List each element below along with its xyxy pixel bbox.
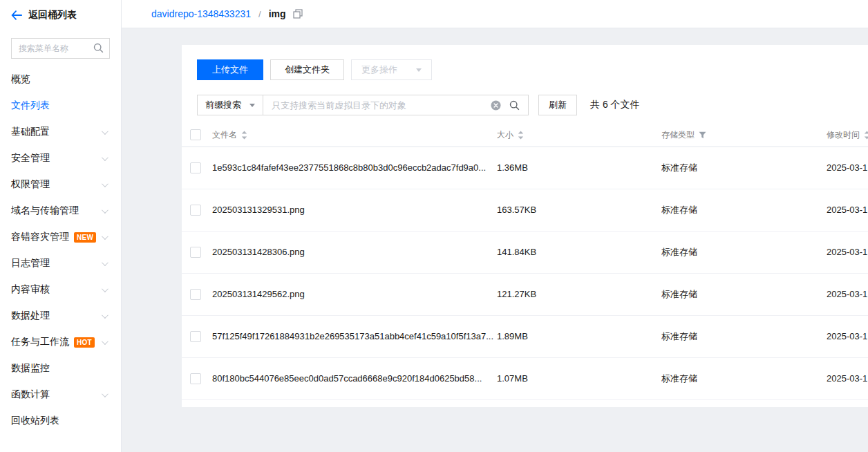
clear-search-icon[interactable] bbox=[491, 100, 501, 111]
sidebar-item[interactable]: 概览 bbox=[0, 66, 121, 93]
sidebar-item[interactable]: 任务与工作流 HOT bbox=[0, 329, 121, 355]
file-name[interactable]: 57f125f49f17261884931b2e269535173a51abb4… bbox=[212, 315, 497, 357]
table-row: 202503131428306.png 141.84KB 标准存储 2025-0… bbox=[182, 231, 868, 273]
row-checkbox[interactable] bbox=[190, 162, 201, 173]
search-mode-label: 前缀搜索 bbox=[205, 99, 241, 111]
sidebar-item[interactable]: 函数计算 bbox=[0, 382, 121, 408]
row-checkbox[interactable] bbox=[190, 331, 201, 342]
sidebar-item-label: 数据监控 bbox=[11, 362, 50, 375]
sidebar-search bbox=[11, 38, 110, 59]
sort-icon[interactable] bbox=[864, 131, 868, 140]
file-name[interactable]: 1e593c1c84fafef43ee2377551868c8b80b3d0c9… bbox=[212, 147, 497, 189]
sort-icon[interactable] bbox=[518, 131, 524, 140]
sidebar-item[interactable]: 数据处理 bbox=[0, 303, 121, 329]
object-search-group: 前缀搜索 bbox=[197, 95, 529, 115]
sidebar-item[interactable]: 基础配置 bbox=[0, 119, 121, 145]
workspace: 上传文件 创建文件夹 更多操作 前缀搜索 bbox=[122, 28, 868, 452]
file-storage-class: 标准存储 bbox=[661, 315, 827, 357]
sidebar-item-label: 容错容灾管理 bbox=[11, 231, 69, 243]
more-actions-button[interactable]: 更多操作 bbox=[351, 59, 432, 80]
chevron-down-icon bbox=[102, 312, 108, 319]
file-size: 1.89MB bbox=[497, 315, 661, 357]
file-name[interactable]: 202503131428306.png bbox=[212, 231, 497, 273]
file-name[interactable]: 80f180bc544076e85eec0d0ad57ccad6668e9c92… bbox=[212, 357, 497, 399]
sidebar-item-badge: HOT bbox=[74, 337, 95, 348]
file-list-card: 上传文件 创建文件夹 更多操作 前缀搜索 bbox=[182, 45, 868, 407]
file-storage-class: 标准存储 bbox=[661, 357, 827, 399]
search-icon[interactable] bbox=[93, 43, 104, 55]
sidebar-item[interactable]: 权限管理 bbox=[0, 171, 121, 198]
table-row: 57f125f49f17261884931b2e269535173a51abb4… bbox=[182, 315, 868, 357]
object-search-input[interactable] bbox=[263, 95, 491, 115]
file-size: 141.84KB bbox=[497, 231, 661, 273]
table-row: 1e593c1c84fafef43ee2377551868c8b80b3d0c9… bbox=[182, 147, 868, 189]
file-modified-time: 2025-03-1 bbox=[827, 315, 868, 357]
back-arrow-icon bbox=[11, 10, 22, 20]
sidebar-item-label: 概览 bbox=[11, 73, 30, 86]
search-mode-select[interactable]: 前缀搜索 bbox=[198, 95, 263, 115]
column-header-storage-class: 存储类型 bbox=[661, 129, 695, 141]
table-row: 80f180bc544076e85eec0d0ad57ccad6668e9c92… bbox=[182, 357, 868, 399]
sidebar-item[interactable]: 日志管理 bbox=[0, 250, 121, 276]
chevron-down-icon bbox=[102, 390, 108, 397]
chevron-down-icon bbox=[102, 180, 108, 187]
table-row: 202503131429562.png 121.27KB 标准存储 2025-0… bbox=[182, 273, 868, 315]
chevron-down-icon bbox=[102, 207, 108, 214]
copy-icon[interactable] bbox=[293, 9, 303, 19]
chevron-down-icon bbox=[102, 154, 108, 161]
upload-file-button[interactable]: 上传文件 bbox=[197, 59, 263, 80]
row-checkbox[interactable] bbox=[190, 247, 201, 258]
select-all-checkbox[interactable] bbox=[190, 129, 201, 140]
sidebar-item[interactable]: 文件列表 bbox=[0, 93, 121, 119]
sidebar-item-label: 安全管理 bbox=[11, 152, 50, 164]
file-name[interactable]: 202503131429562.png bbox=[212, 273, 497, 315]
file-size: 1.07MB bbox=[497, 357, 661, 399]
sidebar-item-label: 内容审核 bbox=[11, 283, 50, 296]
row-checkbox[interactable] bbox=[190, 289, 201, 300]
sidebar-item-label: 任务与工作流 bbox=[11, 336, 69, 348]
table-header-row: 文件名 大小 存储类型 bbox=[182, 124, 868, 147]
sidebar-item[interactable]: 回收站列表 bbox=[0, 408, 121, 434]
more-actions-label: 更多操作 bbox=[361, 64, 397, 76]
file-name[interactable]: 202503131329531.png bbox=[212, 189, 497, 231]
refresh-button[interactable]: 刷新 bbox=[538, 95, 577, 115]
row-checkbox[interactable] bbox=[190, 373, 201, 384]
caret-down-icon bbox=[249, 104, 255, 107]
file-storage-class: 标准存储 bbox=[661, 189, 827, 231]
sidebar-item-label: 函数计算 bbox=[11, 388, 50, 401]
sidebar-item[interactable]: 内容审核 bbox=[0, 276, 121, 303]
sort-icon[interactable] bbox=[241, 131, 247, 140]
file-size: 121.27KB bbox=[497, 273, 661, 315]
sidebar-item-badge: NEW bbox=[74, 232, 96, 243]
action-toolbar: 上传文件 创建文件夹 更多操作 bbox=[182, 45, 868, 80]
chevron-down-icon bbox=[102, 233, 108, 240]
file-size: 163.57KB bbox=[497, 189, 661, 231]
sidebar-item[interactable]: 域名与传输管理 bbox=[0, 198, 121, 224]
search-icon[interactable] bbox=[509, 100, 520, 111]
sidebar-item-label: 权限管理 bbox=[11, 178, 50, 191]
sidebar-menu: 概览 文件列表 基础配置 bbox=[0, 66, 121, 434]
column-header-filename: 文件名 bbox=[212, 129, 237, 141]
filter-funnel-icon[interactable] bbox=[699, 131, 706, 139]
chevron-down-icon bbox=[102, 285, 108, 292]
create-folder-button[interactable]: 创建文件夹 bbox=[270, 59, 344, 80]
breadcrumb-current-folder: img bbox=[269, 8, 286, 19]
back-label: 返回桶列表 bbox=[28, 9, 77, 21]
breadcrumb-bucket-link[interactable]: davidrepo-1348433231 bbox=[151, 8, 251, 19]
file-modified-time: 2025-03-1 bbox=[827, 147, 868, 189]
chevron-down-icon bbox=[102, 338, 108, 345]
caret-down-icon bbox=[416, 68, 422, 72]
filter-row: 前缀搜索 刷新 共 6 个文件 bbox=[182, 80, 868, 115]
file-table: 文件名 大小 存储类型 bbox=[182, 124, 868, 400]
back-to-bucket-list[interactable]: 返回桶列表 bbox=[0, 0, 121, 21]
sidebar-item[interactable]: 数据监控 bbox=[0, 355, 121, 382]
row-checkbox[interactable] bbox=[190, 205, 201, 216]
sidebar-item[interactable]: 容错容灾管理 NEW bbox=[0, 224, 121, 250]
file-storage-class: 标准存储 bbox=[661, 273, 827, 315]
sidebar-item-label: 数据处理 bbox=[11, 310, 50, 322]
file-modified-time: 2025-03-1 bbox=[827, 273, 868, 315]
file-size: 1.36MB bbox=[497, 147, 661, 189]
column-header-modified-time: 修改时间 bbox=[827, 129, 860, 141]
file-modified-time: 2025-03-1 bbox=[827, 231, 868, 273]
sidebar-item[interactable]: 安全管理 bbox=[0, 145, 121, 171]
